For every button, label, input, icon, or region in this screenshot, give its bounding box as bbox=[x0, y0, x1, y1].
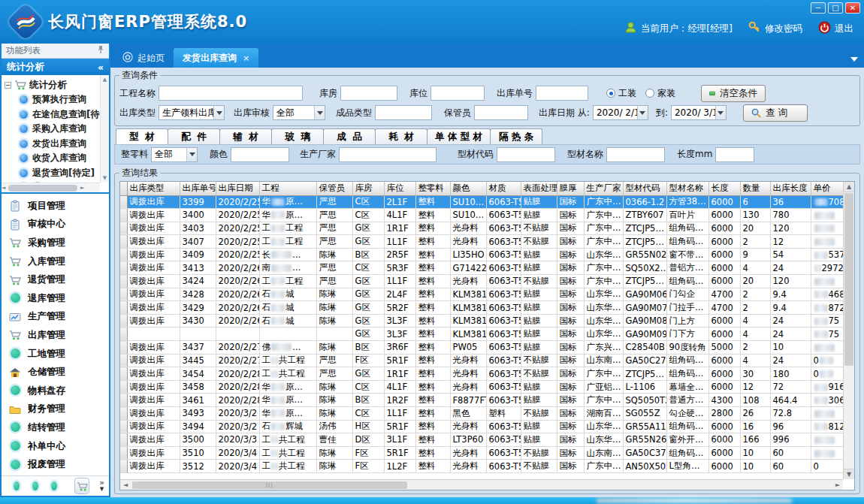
close-button[interactable]: ✕ bbox=[845, 2, 860, 14]
search-button[interactable]: 查 询 bbox=[743, 104, 808, 122]
sidebar-item-warehouse[interactable]: 仓储管理 bbox=[9, 363, 109, 382]
column-header[interactable]: 膜厚 bbox=[557, 182, 584, 195]
table-row[interactable]: 调拨出库34542020/2/28工共工程严思G区1R1F整料光身料6063-T… bbox=[120, 367, 843, 381]
table-row[interactable]: 调拨出库35002020/3/3工共工程曹佳D区3L1F整料LT3P606063… bbox=[120, 433, 843, 447]
table-row[interactable]: 调拨出库35122020/3/4工共工程陈琳F区1L2F整料光身料6063-T5… bbox=[120, 460, 843, 473]
change-password-button[interactable]: 修改密码 bbox=[748, 21, 802, 36]
row-header[interactable] bbox=[120, 433, 127, 447]
sidebar-item-clipboard[interactable]: 审核中心 bbox=[9, 216, 109, 234]
footer-cart-button[interactable] bbox=[74, 478, 89, 494]
row-header[interactable] bbox=[120, 248, 127, 261]
date-from-picker[interactable]: 2020/ 2/16 bbox=[593, 105, 648, 120]
tab-list-dropdown-icon[interactable] bbox=[850, 57, 858, 62]
column-header[interactable]: 出库日期 bbox=[216, 182, 259, 195]
row-header[interactable] bbox=[120, 222, 127, 235]
sidebar-item-dot[interactable]: 结转管理 bbox=[9, 418, 109, 437]
radio-gongzhuang[interactable]: 工装 bbox=[606, 87, 636, 100]
location-input[interactable] bbox=[430, 86, 485, 101]
table-row[interactable]: 调拨出库34072020/2/25工工程严思G区1L1F整料光身料6063-T5… bbox=[120, 235, 843, 249]
project-name-input[interactable] bbox=[159, 86, 303, 101]
column-header[interactable]: 出库类型 bbox=[127, 182, 180, 195]
column-header[interactable]: 材质 bbox=[486, 182, 521, 195]
column-header[interactable]: 库位 bbox=[384, 182, 415, 195]
column-header[interactable]: 颜色 bbox=[450, 182, 486, 195]
column-header[interactable]: 生产厂家 bbox=[584, 182, 623, 195]
table-vertical-scrollbar[interactable]: ▲▼ bbox=[843, 182, 854, 479]
tree-vertical-scrollbar[interactable]: ▲▼ bbox=[100, 75, 109, 183]
sidebar-item-cart[interactable]: 采购管理 bbox=[9, 234, 109, 252]
radio-jiazhuang[interactable]: 家装 bbox=[645, 87, 675, 100]
warehouse-input[interactable] bbox=[340, 86, 397, 101]
column-header[interactable]: 出库单号 bbox=[180, 182, 216, 195]
row-header[interactable] bbox=[120, 209, 127, 222]
table-row[interactable]: 调拨出库35102020/3/4工共工程陈琳F区5R1F整料光身料6063-T5… bbox=[120, 446, 843, 460]
tab-close-icon[interactable]: × bbox=[243, 53, 249, 63]
table-row[interactable]: 调拨出库34302020/2/26石城陈琳G区3L3F整料KLM38176063… bbox=[120, 314, 843, 327]
material-tab-5[interactable]: 耗 材 bbox=[375, 128, 427, 144]
sidebar-item-chart[interactable]: 生产管理 bbox=[9, 308, 109, 327]
table-row[interactable]: 调拨出库34002020/2/25华原…严思C区4L1F整料SU10…6063-… bbox=[120, 209, 843, 222]
column-header[interactable]: 表面处理 bbox=[521, 182, 557, 195]
footer-dot-icon[interactable] bbox=[14, 481, 20, 490]
table-row[interactable]: 调拨出库34942020/3/2石辉城汤伟H区5R1F整料光身料6063-T5贴… bbox=[120, 420, 843, 433]
row-header[interactable] bbox=[120, 327, 127, 341]
sidebar-item-dot[interactable]: 报废管理 bbox=[9, 455, 109, 474]
tab-home[interactable]: 起始页 bbox=[113, 48, 174, 68]
row-header[interactable] bbox=[120, 235, 127, 249]
table-horizontal-scrollbar[interactable]: ◄► bbox=[120, 479, 843, 490]
minimize-button[interactable]: ─ bbox=[811, 2, 826, 14]
collapse-icon[interactable]: « bbox=[98, 62, 104, 73]
table-row[interactable]: 调拨出库34282020/2/26石城陈琳G区2L4F整料KLM38176063… bbox=[120, 288, 843, 301]
sidebar-item-cart[interactable]: 退货管理 bbox=[9, 270, 109, 289]
logout-button[interactable]: 退出 bbox=[818, 21, 853, 36]
row-header[interactable] bbox=[120, 341, 127, 355]
sidebar-item-cart[interactable]: 入库管理 bbox=[9, 252, 109, 271]
column-header[interactable]: 出库长度 bbox=[770, 182, 811, 195]
column-header[interactable]: 型材名称 bbox=[666, 182, 708, 195]
sidebar-item-clipboard[interactable]: 项目管理 bbox=[9, 197, 109, 216]
tree-expander-icon[interactable]: − bbox=[5, 82, 11, 89]
tree-root-stats[interactable]: − 统计分析 bbox=[5, 77, 100, 92]
tree-item[interactable]: 退货查询[待定] bbox=[5, 166, 100, 181]
clear-conditions-button[interactable]: 清空条件 bbox=[701, 85, 766, 102]
row-header[interactable] bbox=[120, 367, 127, 381]
table-row[interactable]: 调拨出库34582020/2/28华原…陈琳C区4L1F整料光身料6063-T5… bbox=[120, 380, 843, 394]
row-header[interactable] bbox=[120, 407, 127, 421]
row-header[interactable] bbox=[120, 195, 127, 209]
table-row[interactable]: 调拨出库34032020/2/25工工程严思G区1R1F整料光身料6063-T5… bbox=[120, 222, 843, 235]
row-header[interactable] bbox=[120, 314, 127, 327]
row-header[interactable] bbox=[120, 354, 127, 367]
tree-item[interactable]: 收货入库查询 bbox=[5, 151, 100, 166]
tab-shipment-outbound-query[interactable]: 发货出库查询 × bbox=[174, 48, 258, 68]
table-row[interactable]: 调拨出库34372020/2/27佛…陈琳B区3R6F整料PW056063-T5… bbox=[120, 341, 843, 355]
tree-item[interactable]: 在途信息查询[待 bbox=[5, 107, 100, 122]
row-header[interactable] bbox=[120, 394, 127, 407]
order-no-input[interactable] bbox=[536, 86, 588, 101]
column-header[interactable]: 整零料 bbox=[415, 182, 450, 195]
column-header[interactable]: 保管员 bbox=[316, 182, 352, 195]
table-row[interactable]: 调拨出库33992020/2/25华原…严思C区2L1F整料SU10…6063-… bbox=[120, 195, 843, 209]
sidebar-item-dot[interactable]: 工地管理 bbox=[9, 345, 109, 364]
material-tab-0[interactable]: 型 材 bbox=[116, 128, 168, 144]
length-input[interactable] bbox=[715, 147, 754, 162]
table-row[interactable]: 调拨出库34092020/2/25长…陈琳B区2R5F整料LI35HO6063-… bbox=[120, 248, 843, 261]
table-row[interactable]: 调拨出库34452020/2/27工共工程严思F区5R1F整料光身料6063-T… bbox=[120, 354, 843, 367]
profile-code-input[interactable] bbox=[497, 147, 555, 162]
out-type-select[interactable]: 生产领料出库 bbox=[159, 105, 225, 120]
table-row[interactable]: 调拨出库34242020/2/26工工程严思G区1L1F整料光身料6063-T5… bbox=[120, 275, 843, 288]
column-header[interactable]: 数量 bbox=[740, 182, 770, 195]
tree-item[interactable]: 发货出库查询 bbox=[5, 137, 100, 152]
row-header[interactable] bbox=[120, 420, 127, 433]
date-to-picker[interactable]: 2020/ 3/16 bbox=[671, 105, 727, 120]
maximize-button[interactable]: □ bbox=[828, 2, 843, 14]
footer-dot-icon[interactable] bbox=[51, 481, 57, 490]
column-header[interactable]: 库房 bbox=[352, 182, 384, 195]
column-header[interactable]: 工程 bbox=[259, 182, 316, 195]
row-header[interactable] bbox=[120, 301, 127, 315]
table-row[interactable]: 调拨出库34612020/2/28华原…陈琳B区1R2F整料F8877FT606… bbox=[120, 394, 843, 407]
row-header[interactable] bbox=[120, 261, 127, 275]
color-input[interactable] bbox=[231, 147, 289, 162]
product-type-input[interactable] bbox=[375, 105, 432, 120]
sidebar-item-folder[interactable]: 财务管理 bbox=[9, 400, 109, 419]
tree-item[interactable]: 预算执行查询 bbox=[5, 92, 100, 107]
